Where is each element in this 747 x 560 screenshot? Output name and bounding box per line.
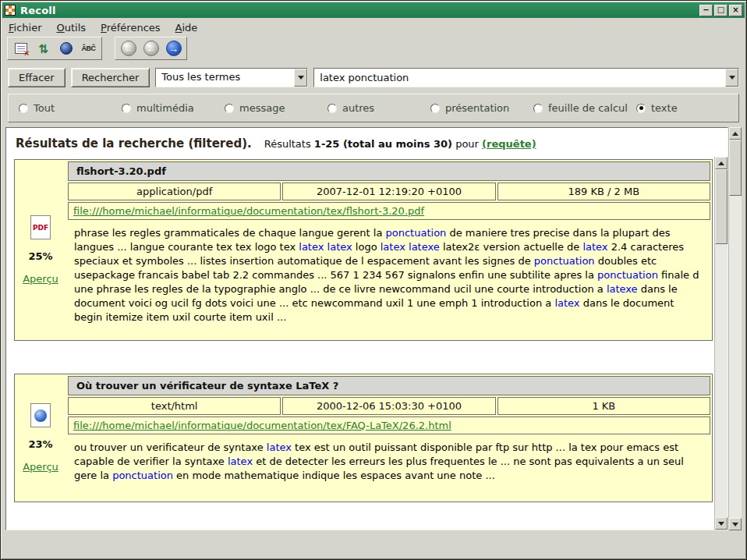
arrow-down-icon (732, 523, 738, 526)
next-page-button[interactable]: → (163, 39, 184, 58)
relevance-percent: 23% (28, 438, 52, 450)
highlighted-term: ponctuation (534, 255, 595, 267)
result-item: PDF 25% Aperçu flshort-3.20.pdf applicat… (14, 159, 713, 341)
radio-icon (122, 104, 131, 113)
term-explorer-button[interactable]: ÂBĈ (78, 39, 99, 58)
radio-icon (19, 104, 28, 113)
result-url-row: file:///home/michael/informatique/docume… (68, 416, 710, 434)
first-page-icon: ← (121, 41, 136, 56)
close-button[interactable]: × (729, 5, 742, 16)
search-mode-select[interactable]: Tous les termes (155, 68, 308, 87)
result-list: PDF 25% Aperçu flshort-3.20.pdf applicat… (6, 157, 728, 530)
scroll-down-button[interactable] (729, 518, 742, 530)
highlighted-term: latex latex (299, 241, 352, 253)
filter-radio-feuille-de-calcul[interactable]: feuille de calcul (533, 102, 636, 114)
preview-link[interactable]: Aperçu (23, 273, 58, 285)
results-view-scrollbar[interactable] (728, 127, 742, 530)
result-url-link[interactable]: file:///home/michael/informatique/docume… (73, 205, 424, 217)
filter-radio-autres[interactable]: autres (327, 102, 430, 114)
result-date: 2007-12-01 12:19:20 +0100 (282, 183, 495, 200)
menu-preferences[interactable]: Préférences (101, 22, 160, 34)
scroll-down-button[interactable] (715, 517, 728, 530)
arrow-down-icon (718, 522, 724, 526)
result-title: flshort-3.20.pdf (68, 161, 710, 181)
result-mime: text/html (68, 397, 281, 415)
highlighted-term: latex (228, 455, 253, 467)
result-detail: Où trouver un vérificateur de syntaxe La… (66, 374, 712, 502)
sort-by-dates-icon (60, 42, 73, 55)
clear-search-button[interactable] (10, 39, 31, 58)
category-filter-panel: Tout multimédia message autres présentat… (8, 94, 739, 122)
recoll-app-icon (5, 5, 16, 16)
clear-button[interactable]: Effacer (8, 68, 65, 87)
filter-radio-presentation[interactable]: présentation (430, 102, 533, 114)
result-size: 1 KB (497, 397, 710, 415)
snippet-text: ou trouver un verificateur de syntaxe (74, 441, 267, 453)
search-button[interactable]: Rechercher (71, 68, 150, 87)
html-file-icon (30, 403, 51, 427)
toolbar-group-nav: ← ← → (115, 37, 187, 60)
result-meta-row: text/html 2000-12-06 15:03:30 +0100 1 KB (68, 397, 710, 415)
update-index-button[interactable]: ⇅ (33, 39, 54, 58)
term-explorer-icon: ÂBĈ (82, 44, 96, 52)
highlighted-term: latex (267, 441, 292, 453)
chevron-down-icon (729, 76, 735, 80)
result-title: Où trouver un vérificateur de syntaxe La… (68, 376, 710, 395)
scroll-up-button[interactable] (715, 157, 728, 169)
snippet-text: phrase les regles grammaticales de chaqu… (74, 227, 386, 239)
minimize-button[interactable]: − (699, 5, 713, 16)
clear-search-icon (15, 43, 27, 54)
scrollbar-track[interactable] (729, 140, 742, 518)
results-area: Résultats de la recherche (filtered).Rés… (5, 127, 742, 530)
query-details-link[interactable]: (requête) (482, 138, 536, 150)
filter-radio-tout[interactable]: Tout (19, 102, 122, 114)
result-detail: flshort-3.20.pdf application/pdf 2007-12… (66, 160, 712, 340)
filter-radio-multimedia[interactable]: multimédia (122, 102, 225, 114)
results-header: Résultats de la recherche (filtered).Rés… (6, 128, 728, 157)
titlebar[interactable]: Recoll − □ × (2, 2, 745, 18)
toolbar-group-tools: ⇅ ÂBĈ (7, 37, 102, 60)
search-controls: Effacer Rechercher Tous les termes (1, 62, 746, 89)
previous-page-icon: ← (143, 41, 159, 56)
snippet-text: en mode mathematique indique les espaces… (173, 470, 495, 481)
search-query-combo[interactable] (313, 68, 739, 87)
scrollbar-track[interactable] (715, 169, 728, 517)
previous-page-button[interactable]: ← (140, 39, 161, 58)
pdf-file-icon: PDF (30, 215, 51, 239)
update-index-icon: ⇅ (38, 43, 48, 55)
toolbar: ⇅ ÂBĈ ← ← → (1, 35, 746, 62)
scrollbar-thumb[interactable] (715, 169, 728, 244)
highlighted-term: latex (582, 241, 607, 253)
menu-fichier[interactable]: Fichier (9, 22, 42, 34)
result-list-scrollbar[interactable] (714, 157, 728, 530)
search-mode-value: Tous les termes (156, 69, 294, 87)
first-page-button[interactable]: ← (118, 39, 139, 58)
preview-link[interactable]: Aperçu (23, 461, 58, 473)
result-side-panel: PDF 25% Aperçu (15, 160, 66, 340)
recoll-window: Recoll − □ × Fichier Outils Préférences … (0, 0, 747, 560)
scroll-up-button[interactable] (729, 127, 742, 140)
sort-by-dates-button[interactable] (55, 39, 76, 58)
radio-icon (533, 104, 543, 113)
maximize-button[interactable]: □ (714, 5, 728, 16)
radio-icon (327, 104, 337, 113)
highlighted-term: ponctuation (386, 227, 447, 239)
highlighted-term: latex latexe (381, 241, 440, 253)
menu-outils[interactable]: Outils (57, 22, 87, 34)
snippet-text: latex2ε version actuelle de (440, 241, 583, 253)
result-snippet: phrase les regles grammaticales de chaqu… (68, 222, 710, 338)
filter-radio-texte[interactable]: texte (636, 102, 678, 114)
query-history-dropdown-button[interactable] (725, 69, 738, 87)
result-mime: application/pdf (68, 183, 281, 200)
search-query-input[interactable] (314, 69, 725, 87)
scrollbar-thumb[interactable] (729, 140, 742, 196)
filter-radio-message[interactable]: message (225, 102, 327, 114)
mode-dropdown-button[interactable] (294, 69, 307, 87)
result-side-panel: 23% Aperçu (15, 374, 66, 502)
results-summary: Résultats 1-25 (total au moins 30) pour … (264, 138, 536, 150)
radio-icon (225, 104, 234, 113)
menubar: Fichier Outils Préférences Aide (1, 18, 746, 35)
globe-icon (34, 409, 47, 422)
menu-aide[interactable]: Aide (175, 22, 198, 34)
result-url-link[interactable]: file:///home/michael/informatique/docume… (73, 420, 451, 431)
